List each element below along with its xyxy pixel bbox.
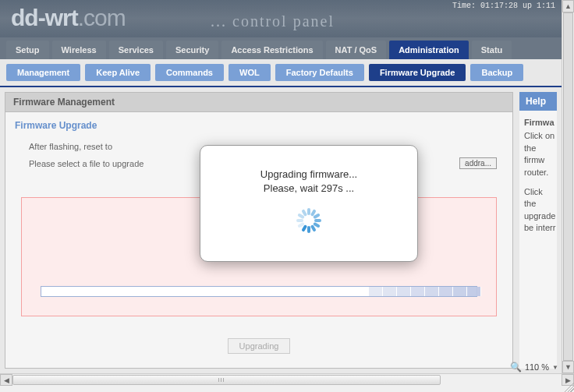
sub-tabs: ManagementKeep AliveCommandsWOLFactory D… — [0, 59, 562, 87]
upgrade-progress-bar — [41, 286, 477, 297]
sub-tab-factory-defaults[interactable]: Factory Defaults — [275, 64, 364, 81]
section-title: Firmware Management — [5, 93, 512, 112]
help-sidebar: Help Firmwa Click on the firmw router. C… — [519, 92, 557, 369]
main-tab-wireless[interactable]: Wireless — [52, 41, 106, 59]
main-tab-administration[interactable]: Administration — [389, 41, 469, 59]
vertical-scroll-thumb[interactable] — [563, 12, 573, 361]
logo: dd-wrt.com — [11, 5, 126, 31]
header-band: Time: 01:17:28 up 1:11 dd-wrt.com ... co… — [0, 0, 562, 37]
main-tab-setup[interactable]: Setup — [6, 41, 49, 59]
upgrade-submit-button: Upgrading — [228, 338, 291, 354]
help-title: Help — [519, 92, 557, 111]
logo-thin: .com — [78, 5, 126, 30]
status-bar — [0, 386, 574, 392]
sub-tab-wol[interactable]: WOL — [229, 64, 271, 81]
main-tab-nat-qos[interactable]: NAT / QoS — [326, 41, 387, 59]
help-h1: Firmwa — [524, 117, 557, 129]
horizontal-scrollbar[interactable]: ◀ ▶ — [0, 373, 574, 386]
zoom-value: 110 % — [525, 362, 549, 372]
sub-tab-firmware-upgrade[interactable]: Firmware Upgrade — [369, 64, 466, 81]
resize-grip-icon[interactable] — [562, 380, 574, 392]
file-browse-button[interactable]: addra... — [459, 157, 497, 169]
uptime-clock: Time: 01:17:28 up 1:11 — [452, 2, 555, 10]
modal-line-1: Upgrading firmware... — [260, 168, 357, 180]
scroll-down-button[interactable]: ▼ — [562, 361, 574, 373]
chevron-down-icon[interactable]: ▼ — [552, 364, 558, 371]
tagline: ... control panel — [211, 12, 335, 30]
modal-line-2: Please, wait 297s ... — [264, 182, 354, 194]
scroll-up-button[interactable]: ▲ — [562, 0, 574, 12]
main-tab-statu[interactable]: Statu — [472, 41, 512, 59]
file-select-label: Please select a file to upgrade — [29, 159, 185, 168]
help-p2: Click the upgrade be interr — [524, 187, 555, 232]
firmware-upgrade-heading: Firmware Upgrade — [5, 112, 512, 136]
scroll-left-button[interactable]: ◀ — [0, 374, 12, 386]
upgrade-modal: Upgrading firmware... Please, wait 297s … — [200, 145, 418, 262]
spinner-icon — [296, 208, 321, 233]
magnifier-icon: 🔍 — [510, 362, 522, 373]
vertical-scrollbar[interactable]: ▲ ▼ — [562, 0, 574, 373]
main-tab-security[interactable]: Security — [166, 41, 218, 59]
sub-tab-keep-alive[interactable]: Keep Alive — [85, 64, 151, 81]
zoom-indicator[interactable]: 🔍 110 % ▼ — [510, 362, 558, 373]
main-tabs: SetupWirelessServicesSecurityAccess Rest… — [0, 37, 562, 59]
logo-bold: dd-wrt — [11, 5, 78, 30]
sub-tab-backup[interactable]: Backup — [470, 64, 523, 81]
sub-tab-commands[interactable]: Commands — [155, 64, 224, 81]
sub-tab-management[interactable]: Management — [6, 64, 80, 81]
main-tab-access-restrictions[interactable]: Access Restrictions — [221, 41, 322, 59]
reset-label: After flashing, reset to — [29, 142, 185, 151]
horizontal-scroll-thumb[interactable] — [12, 375, 441, 385]
main-tab-services[interactable]: Services — [109, 41, 163, 59]
help-p1: Click on the firmw router. — [524, 131, 555, 176]
